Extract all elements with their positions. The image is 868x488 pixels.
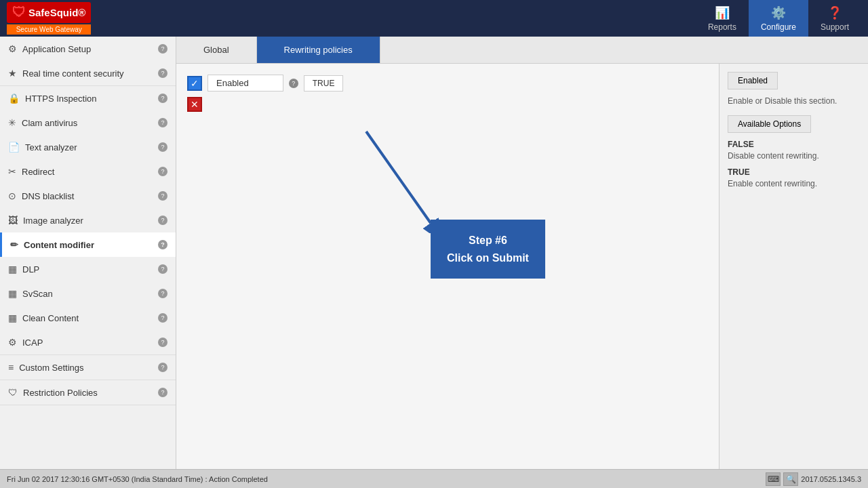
tab-rewriting-policies-label: Rewriting policies xyxy=(284,45,353,55)
enabled-label: Enabled xyxy=(208,75,283,92)
sidebar-label-custom-settings: Custom Settings xyxy=(19,363,83,373)
help-icon-application-setup: ? xyxy=(158,44,167,54)
delete-row: ✕ xyxy=(187,97,708,112)
status-bar: Fri Jun 02 2017 12:30:16 GMT+0530 (India… xyxy=(0,469,868,488)
antivirus-icon: ✳ xyxy=(8,117,16,128)
sidebar-label-application-setup: Application Setup xyxy=(22,44,91,54)
redirect-icon: ✂ xyxy=(8,166,16,177)
dns-icon: ⊙ xyxy=(8,190,16,201)
status-message: Fri Jun 02 2017 12:30:16 GMT+0530 (India… xyxy=(7,475,268,483)
help-icon-svscan: ? xyxy=(158,289,167,298)
header-nav: 📊 Reports ⚙️ Configure ❓ Support xyxy=(696,0,861,37)
sidebar-item-custom-settings[interactable]: ≡ Custom Settings ? xyxy=(0,355,176,380)
sidebar-label-dns-blacklist: DNS blacklist xyxy=(22,191,74,201)
sidebar-item-text-analyzer[interactable]: 📄 Text analyzer ? xyxy=(0,135,176,159)
sidebar-label-redirect: Redirect xyxy=(22,167,54,177)
logo: 🛡 SafeSquid® xyxy=(7,2,91,23)
logo-area: 🛡 SafeSquid® Secure Web Gateway xyxy=(7,2,91,35)
sidebar-label-clean-content: Clean Content xyxy=(22,313,79,323)
sidebar-item-clean-content[interactable]: ▦ Clean Content ? xyxy=(0,306,176,330)
sidebar-item-dlp[interactable]: ▦ DLP ? xyxy=(0,257,176,281)
help-icon-https: ? xyxy=(158,94,167,103)
support-icon: ❓ xyxy=(827,5,842,20)
svg-line-1 xyxy=(366,131,431,223)
keyboard-icon: ⌨ xyxy=(766,472,781,486)
false-label: FALSE xyxy=(728,140,860,149)
reports-icon: 📊 xyxy=(715,5,730,20)
configure-icon: ⚙️ xyxy=(771,5,786,20)
star-icon: ★ xyxy=(8,68,17,79)
tab-rewriting-policies[interactable]: Rewriting policies xyxy=(257,37,380,63)
sidebar-section-4: 🛡 Restriction Policies ? xyxy=(0,380,176,405)
nav-reports[interactable]: 📊 Reports xyxy=(696,0,749,37)
true-desc: Enable content rewriting. xyxy=(728,179,860,188)
help-icon-clam: ? xyxy=(158,118,167,127)
sidebar-label-real-time: Real time content security xyxy=(22,68,124,79)
sidebar-label-restriction-policies: Restriction Policies xyxy=(23,388,98,398)
sidebar-item-https[interactable]: 🔒 HTTPS Inspection ? xyxy=(0,86,176,110)
sidebar-item-real-time[interactable]: ★ Real time content security ? xyxy=(0,61,176,85)
sidebar-label-image-analyzer: Image analyzer xyxy=(23,216,83,226)
custom-icon: ≡ xyxy=(8,362,14,373)
enabled-checkbox[interactable]: ✓ xyxy=(187,76,202,91)
sidebar-label-icap: ICAP xyxy=(22,338,43,348)
sidebar: ⚙ Application Setup ? ★ Real time conten… xyxy=(0,37,176,469)
arrow-svg xyxy=(359,125,448,233)
status-icons: ⌨ 🔍 2017.0525.1345.3 xyxy=(766,472,861,486)
help-icon-image: ? xyxy=(158,216,167,225)
enabled-btn[interactable]: Enabled xyxy=(728,72,778,89)
header: 🛡 SafeSquid® Secure Web Gateway 📊 Report… xyxy=(0,0,868,37)
restriction-icon: 🛡 xyxy=(8,387,18,398)
help-icon-dlp: ? xyxy=(158,264,167,274)
sidebar-item-application-setup[interactable]: ⚙ Application Setup ? xyxy=(0,37,176,61)
available-options-btn[interactable]: Available Options xyxy=(728,115,811,133)
sidebar-item-redirect[interactable]: ✂ Redirect ? xyxy=(0,159,176,184)
image-icon: 🖼 xyxy=(8,215,18,226)
version-label: 2017.0525.1345.3 xyxy=(801,475,861,483)
edit-icon: ✏ xyxy=(10,239,18,250)
tab-global[interactable]: Global xyxy=(176,37,257,63)
content-area: Global Rewriting policies ✓ Enabled ? TR… xyxy=(176,37,868,469)
zoom-icon: 🔍 xyxy=(783,472,798,486)
sidebar-label-text-analyzer: Text analyzer xyxy=(25,142,77,152)
icap-icon: ⚙ xyxy=(8,337,17,348)
right-panel: Enabled Enable or Disable this section. … xyxy=(719,64,868,469)
sidebar-label-dlp: DLP xyxy=(22,264,39,274)
lock-icon: 🔒 xyxy=(8,93,20,104)
main-layout: ⚙ Application Setup ? ★ Real time conten… xyxy=(0,37,868,469)
sidebar-label-clam: Clam antivirus xyxy=(22,118,77,128)
logo-text: SafeSquid® xyxy=(28,7,85,18)
sidebar-item-image-analyzer[interactable]: 🖼 Image analyzer ? xyxy=(0,208,176,232)
clean-icon: ▦ xyxy=(8,312,17,323)
sidebar-section-3: ≡ Custom Settings ? xyxy=(0,355,176,380)
logo-subtitle: Secure Web Gateway xyxy=(7,24,91,35)
tab-bar: Global Rewriting policies xyxy=(176,37,868,64)
false-desc: Disable content rewriting. xyxy=(728,151,860,161)
true-label: TRUE xyxy=(728,167,860,177)
sidebar-label-https: HTTPS Inspection xyxy=(25,94,97,104)
center-panel: ✓ Enabled ? TRUE ✕ xyxy=(176,64,719,469)
svscan-icon: ▦ xyxy=(8,288,17,299)
sidebar-item-icap[interactable]: ⚙ ICAP ? xyxy=(0,330,176,354)
step-line2: Click on Submit xyxy=(447,249,529,267)
step-box: Step #6 Click on Submit xyxy=(431,220,545,279)
sidebar-label-svscan: SvScan xyxy=(22,289,53,299)
sidebar-label-content-modifier: Content modifier xyxy=(24,240,94,250)
delete-button[interactable]: ✕ xyxy=(187,97,202,112)
reports-label: Reports xyxy=(708,22,736,32)
help-icon-clean: ? xyxy=(158,313,167,323)
sidebar-item-content-modifier[interactable]: ✏ Content modifier ? xyxy=(0,232,176,257)
sidebar-item-dns-blacklist[interactable]: ⊙ DNS blacklist ? xyxy=(0,184,176,208)
text-icon: 📄 xyxy=(8,142,20,152)
nav-configure[interactable]: ⚙️ Configure xyxy=(749,0,808,37)
sidebar-item-restriction-policies[interactable]: 🛡 Restriction Policies ? xyxy=(0,380,176,405)
help-icon-redirect: ? xyxy=(158,167,167,176)
tab-global-label: Global xyxy=(203,45,229,55)
enabled-row: ✓ Enabled ? TRUE xyxy=(187,75,708,92)
sidebar-item-clam[interactable]: ✳ Clam antivirus ? xyxy=(0,110,176,135)
enabled-desc: Enable or Disable this section. xyxy=(728,96,860,106)
nav-support[interactable]: ❓ Support xyxy=(808,0,861,37)
help-icon-icap: ? xyxy=(158,338,167,347)
help-icon-content-modifier: ? xyxy=(158,240,167,249)
sidebar-item-svscan[interactable]: ▦ SvScan ? xyxy=(0,281,176,306)
